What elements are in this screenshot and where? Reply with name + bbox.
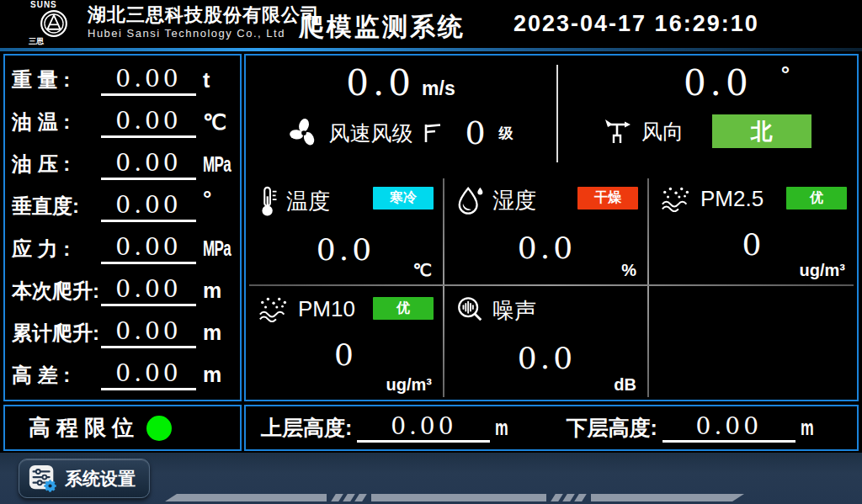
metric-value: 0.00 [101, 359, 196, 390]
logo-sansi-text: 三思 [24, 38, 84, 45]
env-cell-humidity: 湿度 干燥 0.0 % [444, 175, 648, 285]
metric-unit: m [203, 279, 233, 303]
wind-level-icon [421, 121, 444, 145]
metric-row-oil-temp: 油 温 : 0.00 ℃ [12, 101, 233, 143]
wind-level-value: 0 [465, 114, 485, 151]
sliders-gear-icon [28, 464, 58, 494]
heights-panel: 上层高度: 0.00 m 下层高度: 0.00 m [244, 405, 859, 451]
metric-label: 应 力 : [12, 236, 99, 263]
wind-vane-icon [603, 118, 633, 145]
noise-magnifier-icon [455, 295, 486, 326]
pm10-status-badge: 优 [373, 297, 434, 320]
metric-row-current-climb: 本次爬升: 0.00 m [12, 270, 233, 312]
grid-divider-horizontal [249, 284, 854, 286]
pm-particles-icon [258, 295, 291, 322]
metric-row-oil-pressure: 油 压 : 0.00 MPa [12, 143, 233, 185]
wind-direction-unit: ° [781, 61, 790, 88]
metric-unit: m [203, 321, 233, 345]
wind-direction-section: 0.0 ° 风向 北 [557, 56, 857, 175]
logo-suns-text: SUNS [24, 1, 84, 9]
elevation-limit-label: 高程限位 [29, 413, 140, 443]
env-label: 温度 [286, 187, 330, 216]
elevation-limit-indicator [146, 416, 172, 441]
env-label: PM2.5 [700, 186, 764, 212]
metric-unit: t [203, 68, 233, 93]
metric-value: 0.00 [101, 107, 196, 138]
wind-speed-value: 0.0 [346, 62, 415, 104]
temperature-value: 0.0 [258, 232, 434, 267]
upper-height-group: 上层高度: 0.00 m [261, 413, 513, 443]
company-name-cn: 湖北三思科技股份有限公司 [88, 4, 320, 26]
metric-unit: ℃ [203, 110, 233, 135]
wind-direction-badge: 北 [712, 114, 811, 148]
temperature-status-badge: 寒冷 [373, 187, 434, 210]
env-cell-pm10: PM10 优 0 ug/m³ [246, 285, 444, 400]
thermometer-icon [258, 185, 279, 217]
metric-label: 油 压 : [12, 151, 99, 178]
pm10-unit: ug/m³ [386, 375, 432, 395]
grid-divider-vertical [443, 178, 444, 397]
metric-value: 0.00 [101, 233, 196, 264]
metric-row-height-diff: 高 差 : 0.00 m [12, 354, 233, 396]
lower-height-value: 0.00 [662, 413, 795, 443]
wind-speed-label: 风速风级 [328, 119, 412, 147]
env-cell-temperature: 温度 寒冷 0.0 ℃ [246, 175, 444, 285]
upper-height-unit: m [495, 415, 508, 441]
wind-speed-section: 0.0 m/s 风速风级 0 [246, 56, 556, 175]
metric-label: 本次爬升: [12, 278, 99, 305]
bottom-bar: 系统设置 [0, 453, 862, 504]
grid-divider-vertical [647, 178, 649, 397]
humidity-value: 0.0 [455, 231, 638, 265]
header-divider [0, 48, 862, 51]
metric-value: 0.00 [101, 65, 196, 96]
metric-row-weight: 重 量 : 0.00 t [12, 59, 233, 101]
company-name-en: Hubei Sansi Technology Co., Ltd [88, 26, 320, 41]
wind-direction-label: 风向 [641, 118, 684, 146]
metric-row-verticality: 垂直度: 0.00 ° [12, 185, 233, 227]
datetime-display: 2023-04-17 16:29:10 [513, 11, 759, 37]
env-cell-empty [648, 285, 857, 400]
metric-label: 重 量 : [12, 66, 99, 93]
noise-value: 0.0 [455, 341, 638, 375]
wind-level-unit: 级 [499, 124, 513, 143]
metric-row-total-climb: 累计爬升: 0.00 m [12, 312, 233, 354]
upper-height-value: 0.00 [357, 413, 490, 443]
company-name: 湖北三思科技股份有限公司 Hubei Sansi Technology Co.,… [88, 4, 320, 41]
lower-height-label: 下层高度: [566, 414, 657, 442]
metric-label: 累计爬升: [12, 320, 99, 347]
decorative-stripes [165, 494, 744, 501]
wind-direction-value: 0.0 [684, 62, 753, 104]
humidity-drop-icon [455, 185, 486, 215]
system-settings-button[interactable]: 系统设置 [19, 459, 150, 498]
environment-grid: 温度 寒冷 0.0 ℃ 湿度 干燥 0.0 % [246, 175, 857, 400]
wind-speed-unit: m/s [422, 77, 455, 100]
pm-particles-icon [660, 185, 694, 212]
pm25-status-badge: 优 [786, 187, 847, 210]
temperature-unit: ℃ [413, 260, 432, 280]
metric-value: 0.00 [101, 191, 196, 222]
lower-height-group: 下层高度: 0.00 m [566, 413, 818, 443]
metrics-panel: 重 量 : 0.00 t 油 温 : 0.00 ℃ 油 压 : 0.00 MPa… [3, 54, 242, 401]
noise-unit: dB [614, 375, 636, 395]
humidity-status-badge: 干燥 [577, 187, 638, 210]
header: SUNS 三思 湖北三思科技股份有限公司 Hubei Sansi Technol… [0, 0, 862, 48]
metric-row-stress: 应 力 : 0.00 MPa [12, 228, 233, 270]
metric-value: 0.00 [101, 275, 196, 306]
company-logo: SUNS 三思 [24, 1, 84, 45]
page-title: 爬模监测系统 [299, 10, 466, 45]
lower-height-unit: m [801, 415, 813, 441]
metric-unit: MPa [203, 236, 231, 261]
fan-icon [288, 117, 320, 149]
env-label: 湿度 [492, 186, 536, 215]
env-label: PM10 [298, 296, 355, 322]
metric-value: 0.00 [101, 149, 196, 180]
elevation-limit-panel: 高程限位 [3, 405, 242, 451]
metric-label: 高 差 : [12, 362, 99, 389]
environment-panel: 0.0 m/s 风速风级 0 [244, 54, 859, 401]
metric-label: 垂直度: [12, 193, 99, 220]
env-cell-noise: 噪声 0.0 dB [444, 285, 648, 400]
upper-height-label: 上层高度: [261, 414, 352, 442]
metric-unit: ° [203, 186, 211, 211]
pm25-value: 0 [660, 227, 847, 262]
metric-unit: MPa [203, 152, 231, 177]
